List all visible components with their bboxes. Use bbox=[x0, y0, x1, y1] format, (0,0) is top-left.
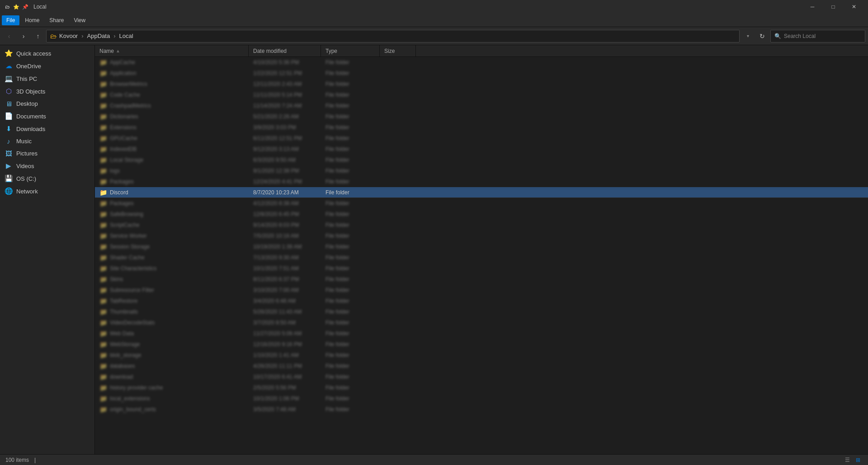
sidebar-item-desktop[interactable]: 🖥 Desktop bbox=[0, 98, 94, 110]
minimize-button[interactable]: ─ bbox=[802, 0, 823, 14]
maximize-button[interactable]: □ bbox=[823, 0, 844, 14]
sidebar-label-quick-access: Quick access bbox=[16, 50, 51, 57]
col-header-type[interactable]: Type bbox=[321, 45, 380, 56]
sidebar-item-onedrive[interactable]: ☁ OneDrive bbox=[0, 60, 94, 72]
sidebar-label-downloads: Downloads bbox=[16, 126, 45, 132]
desktop-icon: 🖥 bbox=[5, 100, 13, 108]
list-item: 📁Extensions 3/9/2020 3:03 PM File folder bbox=[95, 122, 868, 133]
sidebar-item-3d-objects[interactable]: ⬡ 3D Objects bbox=[0, 85, 94, 98]
title-bar: 🗁 ⭐ 📌 Local ─ □ ✕ bbox=[0, 0, 868, 14]
address-bar[interactable]: 🗁 Quick access Kovoor › AppData › Local bbox=[46, 30, 740, 42]
address-kovoor: Kovoor bbox=[59, 33, 78, 39]
col-header-size[interactable]: Size bbox=[380, 45, 416, 56]
menu-file[interactable]: File bbox=[2, 15, 19, 25]
sidebar-item-documents[interactable]: 📄 Documents bbox=[0, 110, 94, 122]
sidebar-label-onedrive: OneDrive bbox=[16, 63, 41, 70]
sidebar-item-downloads[interactable]: ⬇ Downloads bbox=[0, 122, 94, 135]
list-item: 📁VideoDecodeStats 3/7/2020 8:50 AM File … bbox=[95, 317, 868, 328]
view-icons: ☰ ⊞ bbox=[843, 456, 863, 464]
sidebar-label-documents: Documents bbox=[16, 113, 46, 120]
sidebar-label-videos: Videos bbox=[16, 163, 34, 169]
list-item: 📁Code Cache 11/11/2020 5:14 PM File fold… bbox=[95, 89, 868, 100]
list-item: 📁origin_bound_certs 3/5/2020 7:48 AM Fil… bbox=[95, 404, 868, 415]
address-dropdown[interactable]: ▾ bbox=[741, 30, 754, 42]
downloads-icon: ⬇ bbox=[5, 125, 13, 133]
col-header-name[interactable]: Name ▲ bbox=[95, 45, 249, 56]
toolbar: ‹ › ↑ 🗁 Quick access Kovoor › AppData › … bbox=[0, 27, 868, 45]
sidebar-label-desktop: Desktop bbox=[16, 100, 38, 107]
sidebar-label-music: Music bbox=[16, 138, 32, 145]
menu-share[interactable]: Share bbox=[45, 15, 68, 25]
file-area: Name ▲ Date modified Type Size 📁AppCache… bbox=[95, 45, 868, 454]
discord-date-cell: 8/7/2020 10:23 AM bbox=[249, 187, 321, 197]
menu-bar: File Home Share View bbox=[0, 14, 868, 27]
sidebar-item-videos[interactable]: ▶ Videos bbox=[0, 160, 94, 172]
list-item: 📁blob_storage 1/10/2020 1:41 AM File fol… bbox=[95, 350, 868, 361]
list-item: 📁Packages 12/24/2020 4:41 PM File folder bbox=[95, 176, 868, 187]
pictures-icon: 🖼 bbox=[5, 150, 13, 157]
menu-home[interactable]: Home bbox=[20, 15, 44, 25]
sidebar-label-pictures: Pictures bbox=[16, 150, 38, 157]
sidebar-item-this-pc[interactable]: 💻 This PC bbox=[0, 72, 94, 85]
file-list[interactable]: 📁AppCache 4/10/2020 5:36 PM File folder … bbox=[95, 57, 868, 454]
list-item: 📁IndexedDB 9/12/2020 3:13 AM File folder bbox=[95, 144, 868, 155]
list-item: 📁Shader Cache 7/13/2020 9:30 AM File fol… bbox=[95, 252, 868, 263]
blurred-rows-below: 📁Packages 4/12/2020 8:38 AM File folder … bbox=[95, 198, 868, 415]
list-item: 📁Session Storage 10/19/2020 1:39 AM File… bbox=[95, 241, 868, 252]
list-item: 📁GPUCache 6/11/2020 12:51 PM File folder bbox=[95, 133, 868, 144]
status-bar: 100 items | ☰ ⊞ bbox=[0, 454, 868, 465]
discord-row[interactable]: 📁 Discord 8/7/2020 10:23 AM File folder bbox=[95, 187, 868, 198]
addr-sep-2: › bbox=[113, 33, 115, 39]
list-item: 📁Thumbnails 5/26/2020 11:43 AM File fold… bbox=[95, 306, 868, 317]
sidebar-label-network: Network bbox=[16, 188, 38, 195]
forward-button[interactable]: › bbox=[17, 30, 30, 42]
music-icon: ♪ bbox=[5, 137, 13, 145]
list-item: 📁CrashpadMetrics 11/14/2020 7:24 AM File… bbox=[95, 100, 868, 111]
list-item: 📁AppCache 4/10/2020 5:36 PM File folder bbox=[95, 57, 868, 68]
menu-view[interactable]: View bbox=[69, 15, 90, 25]
pin-icon: 📌 bbox=[22, 3, 29, 10]
close-button[interactable]: ✕ bbox=[844, 0, 864, 14]
address-local: Local bbox=[119, 33, 133, 39]
star-icon: ⭐ bbox=[13, 3, 20, 10]
main-content: ⭐ Quick access ☁ OneDrive 💻 This PC ⬡ 3D… bbox=[0, 45, 868, 454]
star-icon: ⭐ bbox=[5, 49, 13, 57]
sidebar-label-os: OS (C:) bbox=[16, 175, 36, 182]
address-appdata: AppData bbox=[87, 33, 110, 39]
title-bar-icons: 🗁 ⭐ 📌 bbox=[4, 3, 29, 10]
list-item: 📁download 10/17/2020 6:41 AM File folder bbox=[95, 371, 868, 382]
blurred-rows-above: 📁AppCache 4/10/2020 5:36 PM File folder … bbox=[95, 57, 868, 187]
list-item: 📁Skins 8/11/2020 6:37 PM File folder bbox=[95, 274, 868, 285]
discord-date: 8/7/2020 10:23 AM bbox=[253, 189, 299, 196]
sidebar: ⭐ Quick access ☁ OneDrive 💻 This PC ⬡ 3D… bbox=[0, 45, 95, 454]
status-separator: | bbox=[34, 457, 36, 463]
list-item: 📁TabRestore 3/4/2020 6:48 AM File folder bbox=[95, 296, 868, 306]
up-button[interactable]: ↑ bbox=[32, 30, 44, 42]
list-item: 📁Subresource Filter 3/10/2020 7:00 AM Fi… bbox=[95, 285, 868, 296]
search-icon: 🔍 bbox=[774, 33, 781, 39]
discord-name: Discord bbox=[110, 189, 128, 196]
refresh-button[interactable]: ↻ bbox=[756, 30, 769, 42]
sidebar-item-music[interactable]: ♪ Music bbox=[0, 135, 94, 147]
list-item: 📁BrowserMetrics 12/11/2020 2:43 AM File … bbox=[95, 79, 868, 89]
col-header-date[interactable]: Date modified bbox=[249, 45, 321, 56]
list-item: 📁logs 9/1/2020 12:38 PM File folder bbox=[95, 165, 868, 176]
list-item: 📁Site Characteristics 10/1/2020 7:51 AM … bbox=[95, 263, 868, 274]
list-item: 📁Service Worker 7/5/2020 10:16 AM File f… bbox=[95, 230, 868, 241]
documents-icon: 📄 bbox=[5, 112, 13, 120]
os-icon: 💾 bbox=[5, 174, 13, 183]
list-view-icon[interactable]: ⊞ bbox=[854, 456, 863, 464]
thispc-icon: 💻 bbox=[5, 75, 13, 83]
sidebar-item-os[interactable]: 💾 OS (C:) bbox=[0, 172, 94, 185]
column-headers: Name ▲ Date modified Type Size bbox=[95, 45, 868, 57]
sidebar-item-network[interactable]: 🌐 Network bbox=[0, 185, 94, 197]
sidebar-item-pictures[interactable]: 🖼 Pictures bbox=[0, 147, 94, 160]
list-item: 📁Local Storage 6/3/2020 9:50 AM File fol… bbox=[95, 155, 868, 165]
details-view-icon[interactable]: ☰ bbox=[843, 456, 852, 464]
search-box[interactable]: 🔍 Search Local bbox=[770, 30, 865, 42]
list-item: 📁Application 1/22/2020 12:51 PM File fol… bbox=[95, 68, 868, 79]
discord-folder-icon: 📁 bbox=[99, 189, 107, 196]
list-item: 📁ScriptCache 9/14/2020 8:03 PM File fold… bbox=[95, 220, 868, 230]
sidebar-item-quick-access[interactable]: ⭐ Quick access bbox=[0, 47, 94, 60]
back-button[interactable]: ‹ bbox=[3, 30, 15, 42]
